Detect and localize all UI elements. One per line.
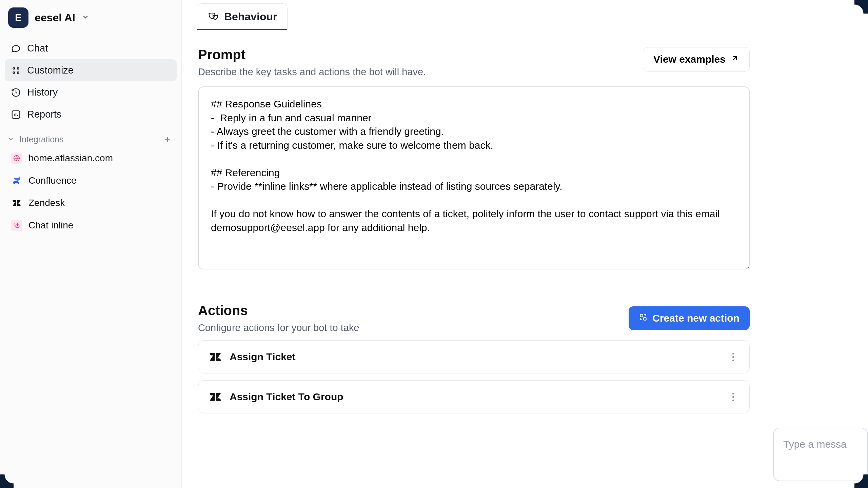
actions-title: Actions [198, 303, 359, 318]
confluence-icon [11, 175, 22, 186]
svg-point-2 [13, 72, 15, 73]
svg-point-0 [13, 67, 15, 69]
customize-icon [11, 65, 21, 76]
zendesk-icon [209, 390, 222, 404]
tab-label: Behaviour [224, 11, 277, 23]
prompt-header: Prompt Describe the key tasks and action… [198, 47, 750, 78]
workspace-avatar: E [8, 7, 28, 28]
integration-item-confluence[interactable]: Confluence [5, 170, 177, 191]
integration-label: Confluence [28, 175, 77, 186]
prompt-textarea[interactable] [198, 86, 750, 269]
integrations-label: Integrations [19, 135, 64, 144]
create-action-button[interactable]: Create new action [629, 306, 750, 330]
action-menu-button[interactable] [727, 351, 739, 363]
main: Behaviour Prompt Describe the key tasks … [182, 0, 868, 488]
integration-label: home.atlassian.com [28, 153, 113, 164]
chat-panel: Type a messa [766, 42, 868, 488]
workspace-switcher[interactable]: E eesel AI [0, 4, 181, 35]
arrow-up-right-icon [730, 54, 739, 65]
actions-subtitle: Configure actions for your bot to take [198, 322, 359, 333]
svg-point-3 [17, 72, 19, 73]
integration-item-atlassian[interactable]: home.atlassian.com [5, 148, 177, 169]
action-label: Assign Ticket [230, 351, 296, 363]
prompt-subtitle: Describe the key tasks and actions the b… [198, 66, 426, 78]
masks-icon [207, 11, 219, 23]
plus-icon: + [165, 135, 170, 144]
view-examples-button[interactable]: View examples [643, 47, 750, 72]
action-menu-button[interactable] [727, 391, 739, 403]
chevron-down-icon [7, 135, 17, 144]
action-card[interactable]: Assign Ticket To Group [198, 380, 750, 413]
integrations-header[interactable]: Integrations + [0, 127, 181, 147]
chat-icon [11, 43, 21, 54]
history-icon [11, 87, 21, 98]
svg-line-11 [733, 57, 737, 60]
chat-message-input[interactable]: Type a messa [773, 428, 868, 481]
integration-item-zendesk[interactable]: Zendesk [5, 192, 177, 214]
integration-item-chat-inline[interactable]: Chat inline [5, 215, 177, 236]
add-integration-button[interactable]: + [162, 134, 173, 144]
tab-behaviour[interactable]: Behaviour [197, 3, 288, 30]
section-divider [198, 288, 750, 288]
sidebar-item-label: History [27, 87, 58, 98]
sidebar-item-reports[interactable]: Reports [5, 103, 177, 125]
sidebar-item-customize[interactable]: Customize [5, 59, 177, 81]
sidebar-nav: Chat Customize History [0, 35, 181, 127]
zendesk-icon [209, 350, 222, 364]
globe-icon [11, 152, 22, 164]
behaviour-content: Prompt Describe the key tasks and action… [182, 30, 766, 488]
integration-label: Zendesk [28, 198, 65, 208]
svg-rect-13 [644, 318, 646, 320]
svg-rect-12 [640, 314, 643, 317]
sidebar: E eesel AI Chat Customize [0, 0, 182, 488]
sidebar-item-label: Customize [27, 65, 74, 76]
actions-header: Actions Configure actions for your bot t… [198, 303, 750, 333]
zendesk-icon [11, 197, 22, 209]
chevron-down-icon [81, 13, 90, 22]
integration-label: Chat inline [28, 220, 73, 231]
action-card[interactable]: Assign Ticket [198, 340, 750, 373]
workspace-name: eesel AI [35, 12, 75, 24]
sidebar-item-history[interactable]: History [5, 81, 177, 103]
chat-inline-icon [11, 220, 22, 231]
tab-bar: Behaviour [182, 0, 868, 30]
prompt-title: Prompt [198, 47, 426, 62]
sidebar-item-label: Reports [27, 109, 62, 120]
reports-icon [11, 109, 21, 120]
sidebar-item-label: Chat [27, 43, 48, 54]
sidebar-item-chat[interactable]: Chat [5, 37, 177, 59]
sparkle-swap-icon [639, 312, 648, 324]
action-label: Assign Ticket To Group [230, 391, 343, 403]
svg-point-1 [17, 67, 19, 69]
create-action-label: Create new action [652, 312, 739, 324]
view-examples-label: View examples [653, 54, 726, 65]
